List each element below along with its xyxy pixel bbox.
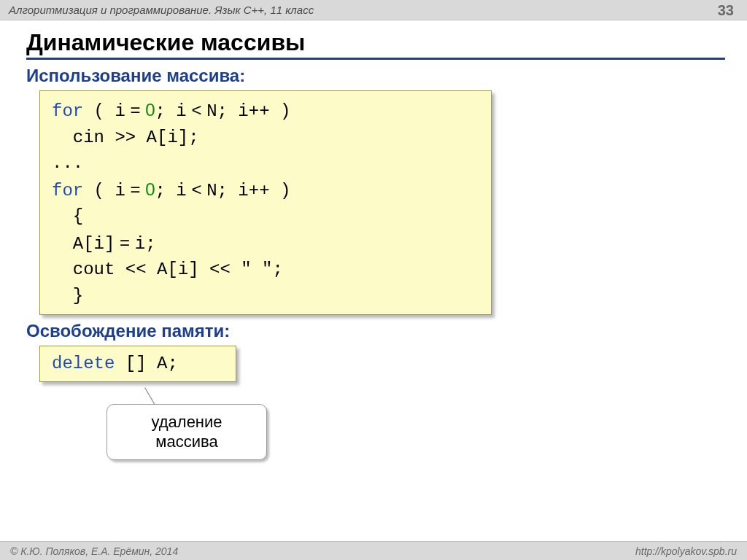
breadcrumb: Алгоритмизация и программирование. Язык … <box>9 4 314 16</box>
callout-bubble: удаление массива <box>107 404 267 460</box>
code-text: N; i++ ) <box>206 181 290 201</box>
code-text: cin >> A[i]; <box>52 128 199 147</box>
code-text: [] A; <box>115 354 177 373</box>
page-number: 33 <box>718 2 734 19</box>
code-text: ; i <box>155 181 187 201</box>
callout-tail <box>134 388 155 405</box>
code-block-delete: delete [] A; <box>39 346 236 382</box>
callout-line-1: удаление <box>151 413 222 431</box>
number-literal: 0 <box>145 100 155 120</box>
code-text: ( i <box>83 101 125 121</box>
code-block-usage: for ( i = 0; i < N; i++ ) cin >> A[i]; .… <box>39 90 492 315</box>
keyword-delete: delete <box>52 354 115 373</box>
code-text: cout << A[i] << " "; <box>52 260 283 279</box>
header-bar: Алгоритмизация и программирование. Язык … <box>0 0 747 20</box>
keyword-for: for <box>52 181 83 201</box>
page-title: Динамические массивы <box>26 29 725 60</box>
footer-bar: © К.Ю. Поляков, Е.А. Ерёмин, 2014 http:/… <box>0 541 747 560</box>
section-usage-heading: Использование массива: <box>26 66 725 86</box>
code-text: ; i <box>155 101 187 121</box>
code-text: < <box>187 179 206 199</box>
code-text: = <box>125 179 145 199</box>
slide-content: Динамические массивы Использование масси… <box>0 20 747 460</box>
code-text: = <box>125 100 145 120</box>
code-text: ... <box>52 153 83 173</box>
code-text: i; <box>135 234 156 254</box>
code-text: A[i] <box>52 234 115 254</box>
keyword-for: for <box>52 101 83 121</box>
callout-line-2: массива <box>155 432 217 451</box>
code-text: < <box>187 100 206 120</box>
footer-url: http://kpolyakov.spb.ru <box>635 545 737 557</box>
code-text: } <box>52 286 83 306</box>
code-text: ( i <box>83 181 125 201</box>
code-text: = <box>115 233 134 252</box>
copyright: © К.Ю. Поляков, Е.А. Ерёмин, 2014 <box>10 545 178 557</box>
code-text: N; i++ ) <box>206 101 290 121</box>
section-free-heading: Освобождение памяти: <box>26 321 725 341</box>
code-text: { <box>52 206 83 226</box>
callout: удаление массива <box>107 404 267 460</box>
number-literal: 0 <box>145 179 155 199</box>
